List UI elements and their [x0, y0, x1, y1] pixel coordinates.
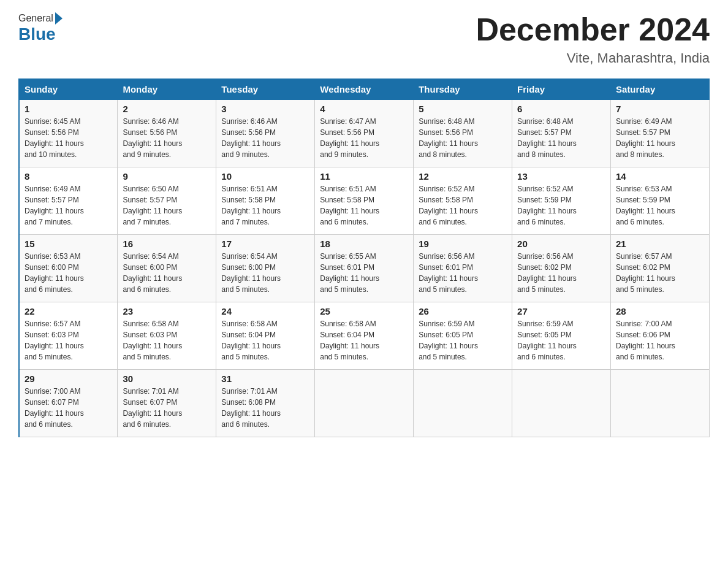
day-info: Sunrise: 6:50 AM Sunset: 5:57 PM Dayligh… [123, 183, 211, 228]
day-info: Sunrise: 7:00 AM Sunset: 6:07 PM Dayligh… [25, 386, 112, 430]
calendar-cell: 24 Sunrise: 6:58 AM Sunset: 6:04 PM Dayl… [216, 302, 315, 370]
page-header: General Blue December 2024 Vite, Maharas… [18, 12, 710, 66]
day-number: 3 [221, 104, 309, 114]
day-info: Sunrise: 6:48 AM Sunset: 5:57 PM Dayligh… [517, 116, 605, 160]
title-section: December 2024 Vite, Maharashtra, India [476, 12, 710, 66]
calendar-cell: 28 Sunrise: 7:00 AM Sunset: 6:06 PM Dayl… [611, 302, 710, 370]
day-number: 22 [25, 306, 112, 316]
day-number: 12 [419, 171, 507, 182]
calendar-cell: 27 Sunrise: 6:59 AM Sunset: 6:05 PM Dayl… [512, 302, 611, 370]
calendar-cell: 17 Sunrise: 6:54 AM Sunset: 6:00 PM Dayl… [216, 235, 315, 302]
day-info: Sunrise: 6:51 AM Sunset: 5:58 PM Dayligh… [221, 183, 309, 228]
day-number: 7 [616, 104, 704, 114]
header-monday: Monday [118, 79, 216, 100]
calendar-cell: 19 Sunrise: 6:56 AM Sunset: 6:01 PM Dayl… [414, 235, 512, 302]
day-info: Sunrise: 6:58 AM Sunset: 6:03 PM Dayligh… [123, 318, 211, 362]
logo-blue-text: Blue [18, 25, 56, 44]
day-number: 27 [517, 306, 605, 316]
day-info: Sunrise: 6:52 AM Sunset: 5:58 PM Dayligh… [419, 183, 507, 228]
day-info: Sunrise: 6:49 AM Sunset: 5:57 PM Dayligh… [616, 116, 704, 160]
calendar-table: SundayMondayTuesdayWednesdayThursdayFrid… [18, 79, 710, 437]
day-info: Sunrise: 6:49 AM Sunset: 5:57 PM Dayligh… [25, 183, 112, 228]
month-title: December 2024 [476, 12, 710, 47]
day-number: 18 [320, 239, 408, 249]
calendar-cell [315, 370, 414, 437]
day-number: 28 [616, 306, 704, 316]
day-number: 10 [221, 171, 309, 182]
day-info: Sunrise: 6:47 AM Sunset: 5:56 PM Dayligh… [320, 116, 408, 160]
calendar-cell: 20 Sunrise: 6:56 AM Sunset: 6:02 PM Dayl… [512, 235, 611, 302]
day-number: 20 [517, 239, 605, 249]
header-sunday: Sunday [19, 79, 118, 100]
calendar-cell [512, 370, 611, 437]
day-number: 1 [25, 104, 112, 114]
day-number: 16 [123, 239, 211, 249]
day-info: Sunrise: 6:58 AM Sunset: 6:04 PM Dayligh… [320, 318, 408, 362]
calendar-cell: 23 Sunrise: 6:58 AM Sunset: 6:03 PM Dayl… [118, 302, 216, 370]
calendar-cell: 16 Sunrise: 6:54 AM Sunset: 6:00 PM Dayl… [118, 235, 216, 302]
day-number: 14 [616, 171, 704, 182]
header-tuesday: Tuesday [216, 79, 315, 100]
day-number: 6 [517, 104, 605, 114]
calendar-cell: 25 Sunrise: 6:58 AM Sunset: 6:04 PM Dayl… [315, 302, 414, 370]
day-number: 2 [123, 104, 211, 114]
calendar-cell: 10 Sunrise: 6:51 AM Sunset: 5:58 PM Dayl… [216, 167, 315, 235]
calendar-cell: 30 Sunrise: 7:01 AM Sunset: 6:07 PM Dayl… [118, 370, 216, 437]
day-info: Sunrise: 6:52 AM Sunset: 5:59 PM Dayligh… [517, 183, 605, 228]
calendar-cell: 12 Sunrise: 6:52 AM Sunset: 5:58 PM Dayl… [414, 167, 512, 235]
day-number: 8 [25, 171, 112, 182]
calendar-cell: 5 Sunrise: 6:48 AM Sunset: 5:56 PM Dayli… [414, 100, 512, 167]
day-number: 23 [123, 306, 211, 316]
week-row-4: 22 Sunrise: 6:57 AM Sunset: 6:03 PM Dayl… [19, 302, 710, 370]
calendar-cell: 9 Sunrise: 6:50 AM Sunset: 5:57 PM Dayli… [118, 167, 216, 235]
calendar-cell: 6 Sunrise: 6:48 AM Sunset: 5:57 PM Dayli… [512, 100, 611, 167]
day-number: 19 [419, 239, 507, 249]
day-number: 24 [221, 306, 309, 316]
header-wednesday: Wednesday [315, 79, 414, 100]
day-info: Sunrise: 6:46 AM Sunset: 5:56 PM Dayligh… [221, 116, 309, 160]
calendar-cell: 15 Sunrise: 6:53 AM Sunset: 6:00 PM Dayl… [19, 235, 118, 302]
day-number: 26 [419, 306, 507, 316]
day-info: Sunrise: 7:01 AM Sunset: 6:07 PM Dayligh… [123, 386, 211, 430]
day-number: 29 [25, 373, 112, 384]
header-saturday: Saturday [611, 79, 710, 100]
day-info: Sunrise: 6:53 AM Sunset: 6:00 PM Dayligh… [25, 251, 112, 295]
day-info: Sunrise: 6:53 AM Sunset: 5:59 PM Dayligh… [616, 183, 704, 228]
week-row-1: 1 Sunrise: 6:45 AM Sunset: 5:56 PM Dayli… [19, 100, 710, 167]
day-info: Sunrise: 6:56 AM Sunset: 6:01 PM Dayligh… [419, 251, 507, 295]
calendar-cell: 11 Sunrise: 6:51 AM Sunset: 5:58 PM Dayl… [315, 167, 414, 235]
calendar-cell: 4 Sunrise: 6:47 AM Sunset: 5:56 PM Dayli… [315, 100, 414, 167]
calendar-cell: 2 Sunrise: 6:46 AM Sunset: 5:56 PM Dayli… [118, 100, 216, 167]
day-info: Sunrise: 6:56 AM Sunset: 6:02 PM Dayligh… [517, 251, 605, 295]
day-info: Sunrise: 6:54 AM Sunset: 6:00 PM Dayligh… [221, 251, 309, 295]
calendar-cell [414, 370, 512, 437]
logo-general-text: General [18, 13, 53, 24]
location-title: Vite, Maharashtra, India [476, 50, 710, 66]
day-number: 11 [320, 171, 408, 182]
calendar-cell: 31 Sunrise: 7:01 AM Sunset: 6:08 PM Dayl… [216, 370, 315, 437]
day-info: Sunrise: 6:57 AM Sunset: 6:03 PM Dayligh… [25, 318, 112, 362]
day-number: 13 [517, 171, 605, 182]
day-info: Sunrise: 6:58 AM Sunset: 6:04 PM Dayligh… [221, 318, 309, 362]
calendar-cell [611, 370, 710, 437]
calendar-cell: 14 Sunrise: 6:53 AM Sunset: 5:59 PM Dayl… [611, 167, 710, 235]
day-info: Sunrise: 6:57 AM Sunset: 6:02 PM Dayligh… [616, 251, 704, 295]
day-info: Sunrise: 7:01 AM Sunset: 6:08 PM Dayligh… [221, 386, 309, 430]
day-number: 17 [221, 239, 309, 249]
day-number: 31 [221, 373, 309, 384]
calendar-cell: 13 Sunrise: 6:52 AM Sunset: 5:59 PM Dayl… [512, 167, 611, 235]
week-row-3: 15 Sunrise: 6:53 AM Sunset: 6:00 PM Dayl… [19, 235, 710, 302]
calendar-cell: 18 Sunrise: 6:55 AM Sunset: 6:01 PM Dayl… [315, 235, 414, 302]
logo: General Blue [18, 12, 63, 44]
calendar-cell: 26 Sunrise: 6:59 AM Sunset: 6:05 PM Dayl… [414, 302, 512, 370]
day-info: Sunrise: 6:45 AM Sunset: 5:56 PM Dayligh… [25, 116, 112, 160]
day-info: Sunrise: 6:55 AM Sunset: 6:01 PM Dayligh… [320, 251, 408, 295]
day-info: Sunrise: 6:48 AM Sunset: 5:56 PM Dayligh… [419, 116, 507, 160]
calendar-cell: 22 Sunrise: 6:57 AM Sunset: 6:03 PM Dayl… [19, 302, 118, 370]
calendar-cell: 29 Sunrise: 7:00 AM Sunset: 6:07 PM Dayl… [19, 370, 118, 437]
day-info: Sunrise: 6:51 AM Sunset: 5:58 PM Dayligh… [320, 183, 408, 228]
calendar-header-row: SundayMondayTuesdayWednesdayThursdayFrid… [19, 79, 710, 100]
day-info: Sunrise: 6:59 AM Sunset: 6:05 PM Dayligh… [419, 318, 507, 362]
week-row-5: 29 Sunrise: 7:00 AM Sunset: 6:07 PM Dayl… [19, 370, 710, 437]
calendar-cell: 1 Sunrise: 6:45 AM Sunset: 5:56 PM Dayli… [19, 100, 118, 167]
